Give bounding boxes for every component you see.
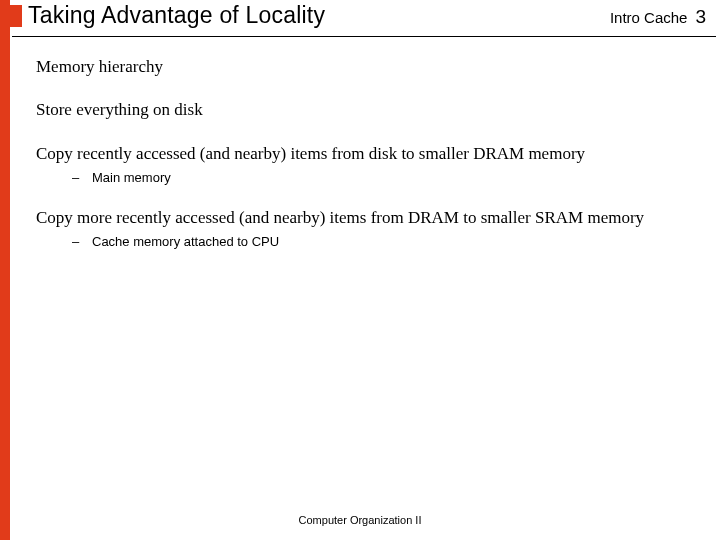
title-row: Taking Advantage of Locality Intro Cache… bbox=[28, 2, 706, 34]
body-subpoint-3-1: Main memory bbox=[72, 170, 700, 185]
header-right: Intro Cache 3 bbox=[610, 6, 706, 28]
accent-bar bbox=[0, 0, 10, 540]
body-point-2: Store everything on disk bbox=[36, 99, 700, 120]
header-rule bbox=[12, 36, 716, 37]
body-point-4: Copy more recently accessed (and nearby)… bbox=[36, 207, 700, 228]
body-point-3: Copy recently accessed (and nearby) item… bbox=[36, 143, 700, 164]
accent-square-icon bbox=[0, 5, 22, 27]
section-label: Intro Cache bbox=[610, 9, 688, 26]
slide-footer: Computer Organization II bbox=[0, 514, 720, 526]
slide-body: Memory hierarchy Store everything on dis… bbox=[36, 56, 700, 255]
body-point-1: Memory hierarchy bbox=[36, 56, 700, 77]
body-subpoint-4-1: Cache memory attached to CPU bbox=[72, 234, 700, 249]
slide-title: Taking Advantage of Locality bbox=[28, 2, 325, 29]
slide: Taking Advantage of Locality Intro Cache… bbox=[0, 0, 720, 540]
page-number: 3 bbox=[695, 6, 706, 28]
